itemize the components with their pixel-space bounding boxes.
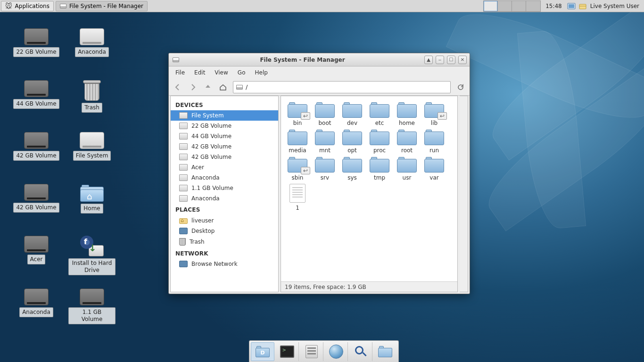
installer-icon: f↓ <box>80 236 104 256</box>
folder-dev[interactable]: dev <box>339 102 366 126</box>
sidebar-item-icon <box>179 217 188 224</box>
desktop-icon-anaconda[interactable]: Anaconda <box>10 288 62 317</box>
folder-opt[interactable]: opt <box>339 129 366 154</box>
desktop-icon-1-1-gb-volume[interactable]: 1.1 GB Volume <box>66 288 118 324</box>
folder-home[interactable]: home <box>393 102 421 126</box>
desktop-icon-home[interactable]: ⌂Home <box>66 184 118 214</box>
dock-item-search[interactable] <box>349 342 372 361</box>
sidebar-item-icon <box>179 123 188 129</box>
folder-var[interactable]: var <box>421 156 448 181</box>
symlink-badge-icon: ↩ <box>301 167 310 174</box>
folder-label: boot <box>318 120 331 126</box>
icon-view[interactable]: ↩binbootdevetchome↩libmediamntoptprocroo… <box>281 96 457 281</box>
workspace-switcher[interactable] <box>483 0 541 12</box>
dock-item-web-browser[interactable] <box>324 342 348 361</box>
desktop-icon-22-gb-volume[interactable]: 22 GB Volume <box>10 28 62 57</box>
address-input[interactable] <box>246 83 450 90</box>
applications-menu[interactable]: 🐭 Applications <box>1 1 54 11</box>
folder-icon <box>288 129 307 145</box>
folder-boot[interactable]: boot <box>311 102 339 126</box>
folder-etc[interactable]: etc <box>366 102 393 126</box>
window-close-button[interactable]: ✕ <box>458 56 467 64</box>
folder-proc[interactable]: proc <box>366 129 393 154</box>
updates-tray-icon[interactable] <box>578 2 587 10</box>
symlink-badge-icon: ↩ <box>438 112 447 120</box>
workspace-3[interactable] <box>512 1 526 11</box>
folder-media[interactable]: media <box>284 129 311 154</box>
sidebar-item-44-gb-volume[interactable]: 44 GB Volume <box>171 131 278 141</box>
sidebar-item-desktop[interactable]: Desktop <box>171 226 278 236</box>
menu-file[interactable]: File <box>172 68 189 77</box>
network-tray-icon[interactable] <box>567 2 576 10</box>
folder-sys[interactable]: sys <box>339 156 366 181</box>
sidebar-item-label: 42 GB Volume <box>191 143 231 150</box>
workspace-4[interactable] <box>526 1 540 11</box>
sidebar-item-42-gb-volume[interactable]: 42 GB Volume <box>171 152 278 162</box>
user-menu[interactable]: Live System User <box>588 3 644 9</box>
file-1[interactable]: 1 <box>284 184 311 211</box>
sidebar-item-icon <box>179 228 188 234</box>
folder-label: tmp <box>374 174 385 181</box>
workspace-1[interactable] <box>484 1 498 11</box>
folder-run[interactable]: run <box>421 129 448 154</box>
sidebar-item-icon <box>179 238 186 246</box>
desktop-icon-42-gb-volume[interactable]: 42 GB Volume <box>10 184 62 213</box>
dock-item-folder[interactable] <box>373 342 397 361</box>
folder-label: root <box>401 147 413 154</box>
window-minimize-button[interactable]: ‒ <box>436 56 444 64</box>
dock-item-file-manager[interactable] <box>300 342 323 361</box>
folder-label: sys <box>347 174 357 181</box>
menu-help[interactable]: Help <box>251 68 271 77</box>
nav-home-button[interactable] <box>218 82 228 92</box>
folder-tmp[interactable]: tmp <box>366 156 393 181</box>
folder-bin[interactable]: ↩bin <box>284 102 311 126</box>
sidebar-item-file-system[interactable]: File System <box>171 110 278 121</box>
desktop-icon-install-to-hard-drive[interactable]: f↓Install to Hard Drive <box>66 236 118 275</box>
desktop-icon-anaconda[interactable]: Anaconda <box>66 28 118 57</box>
window-up-button[interactable]: ▲ <box>424 56 433 64</box>
desktop-icon-file-system[interactable]: File System <box>66 132 118 161</box>
folder-sbin[interactable]: ↩sbin <box>284 156 311 181</box>
desktop-icon-trash[interactable]: Trash <box>66 80 118 113</box>
nav-up-button[interactable] <box>203 82 213 92</box>
desktop-icon-44-gb-volume[interactable]: 44 GB Volume <box>10 80 62 109</box>
menu-go[interactable]: Go <box>234 68 249 77</box>
file-manager-icon <box>305 345 318 358</box>
sidebar-item-anaconda[interactable]: Anaconda <box>171 193 278 204</box>
workspace-2[interactable] <box>498 1 512 11</box>
folder-usr[interactable]: usr <box>393 156 421 181</box>
desktop-icon-42-gb-volume[interactable]: 42 GB Volume <box>10 132 62 161</box>
sidebar-item-liveuser[interactable]: liveuser <box>171 215 278 226</box>
folder-icon: ↩ <box>424 102 444 118</box>
folder-root[interactable]: root <box>393 129 421 154</box>
dock-item-terminal[interactable] <box>275 342 299 361</box>
sidebar-item-22-gb-volume[interactable]: 22 GB Volume <box>171 121 278 131</box>
window-titlebar[interactable]: File System - File Manager ▲ ‒ ☐ ✕ <box>169 53 470 66</box>
menu-edit[interactable]: Edit <box>190 68 209 77</box>
clock[interactable]: 15:48 <box>542 3 566 9</box>
folder-mnt[interactable]: mnt <box>311 129 339 154</box>
sidebar-item-1-1-gb-volume[interactable]: 1.1 GB Volume <box>171 183 278 193</box>
nav-forward-button[interactable] <box>188 82 198 92</box>
scrollbar[interactable] <box>460 96 468 292</box>
folder-srv[interactable]: srv <box>311 156 339 181</box>
file-icon <box>289 184 305 203</box>
sidebar-item-label: Anaconda <box>191 174 220 181</box>
sidebar-item-anaconda[interactable]: Anaconda <box>171 173 278 183</box>
taskbar-item-file-manager[interactable]: File System - File Manager <box>56 1 148 11</box>
sidebar-item-trash[interactable]: Trash <box>171 236 278 247</box>
sidebar-item-42-gb-volume[interactable]: 42 GB Volume <box>171 141 278 152</box>
drive-icon <box>24 80 49 97</box>
refresh-button[interactable] <box>455 83 466 91</box>
sidebar-item-acer[interactable]: Acer <box>171 162 278 173</box>
drive-icon <box>80 288 104 305</box>
nav-back-button[interactable] <box>173 82 183 92</box>
svg-rect-1 <box>569 4 574 8</box>
window-maximize-button[interactable]: ☐ <box>447 56 455 64</box>
dock-item-documents[interactable]: D <box>251 342 274 361</box>
sidebar-item-browse-network[interactable]: Browse Network <box>171 259 278 269</box>
menu-view[interactable]: View <box>211 68 231 77</box>
folder-lib[interactable]: ↩lib <box>421 102 448 126</box>
desktop-icon-acer[interactable]: Acer <box>10 236 62 264</box>
folder-label: media <box>289 147 306 154</box>
